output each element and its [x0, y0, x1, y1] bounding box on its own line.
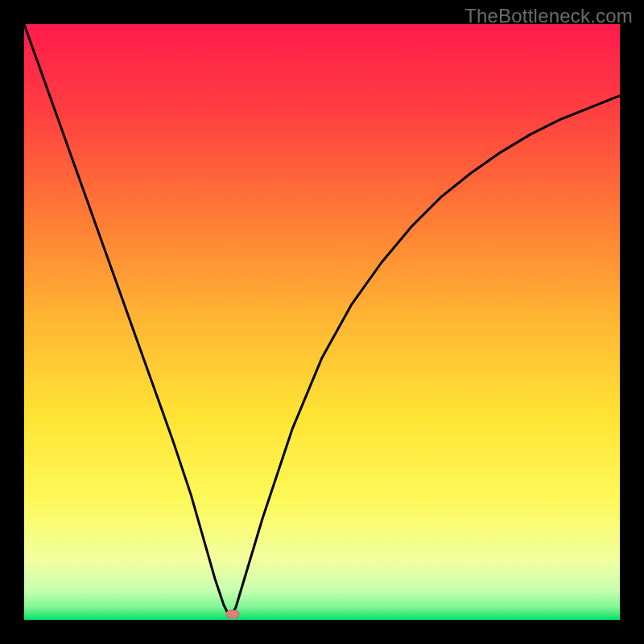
- gradient-background: [24, 24, 620, 620]
- chart-plot: [24, 24, 620, 620]
- optimal-point-marker: [226, 609, 240, 618]
- chart-frame: TheBottleneck.com: [0, 0, 644, 644]
